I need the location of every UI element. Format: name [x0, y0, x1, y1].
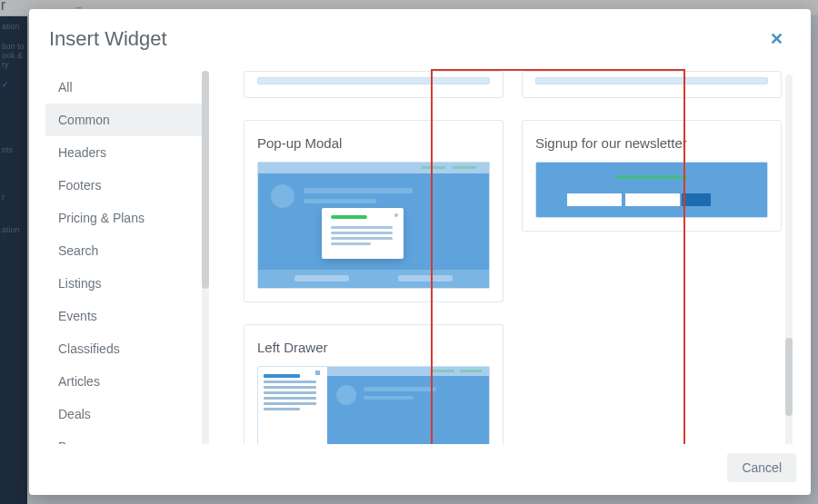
category-sidebar: All Common Headers Footers Pricing & Pla…: [45, 64, 209, 444]
widget-card-clipped[interactable]: [522, 71, 782, 98]
category-headers[interactable]: Headers: [45, 136, 209, 169]
widget-card-left-drawer[interactable]: Left Drawer: [244, 324, 504, 444]
widget-title: Left Drawer: [257, 340, 490, 355]
modal-header: Insert Widget ✕: [29, 9, 811, 64]
category-banners[interactable]: Banners: [45, 430, 209, 444]
modal-footer: Cancel: [29, 444, 811, 495]
category-common[interactable]: Common: [45, 104, 209, 136]
gallery-column-2: Signup for our newsletter: [522, 71, 782, 444]
close-button[interactable]: ✕: [763, 25, 791, 53]
cancel-button[interactable]: Cancel: [727, 453, 796, 482]
category-articles[interactable]: Articles: [45, 365, 209, 398]
category-classifieds[interactable]: Classifieds: [45, 332, 209, 365]
widget-thumb-clipped: [257, 77, 490, 84]
gallery-scrollbar[interactable]: [785, 74, 793, 444]
gallery-scrollbar-thumb[interactable]: [785, 338, 793, 416]
category-all[interactable]: All: [45, 71, 209, 104]
gallery-column-1: Pop-up Modal Left Drawer: [244, 71, 504, 444]
category-listings[interactable]: Listings: [45, 267, 209, 300]
widget-thumb-clipped: [535, 77, 768, 84]
modal-body: All Common Headers Footers Pricing & Pla…: [29, 64, 811, 444]
widget-card-clipped[interactable]: [244, 71, 504, 98]
close-icon: ✕: [770, 30, 783, 48]
widget-gallery: Pop-up Modal Left Drawer: [209, 64, 794, 444]
widget-title: Pop-up Modal: [257, 135, 490, 151]
modal-title: Insert Widget: [49, 27, 167, 51]
insert-widget-modal: Insert Widget ✕ All Common Headers Foote…: [29, 9, 811, 495]
category-pricing-plans[interactable]: Pricing & Plans: [45, 202, 209, 234]
widget-thumb-drawer: [257, 366, 490, 444]
category-footers[interactable]: Footers: [45, 169, 209, 202]
category-search[interactable]: Search: [45, 234, 209, 267]
category-events[interactable]: Events: [45, 300, 209, 332]
widget-title: Signup for our newsletter: [535, 135, 768, 151]
category-deals[interactable]: Deals: [45, 398, 209, 430]
widget-thumb-popup: [257, 162, 490, 289]
widget-card-newsletter[interactable]: Signup for our newsletter: [522, 120, 782, 232]
widget-thumb-newsletter: [535, 162, 768, 218]
widget-card-popup-modal[interactable]: Pop-up Modal: [244, 120, 504, 302]
sidebar-scrollbar-thumb[interactable]: [202, 71, 209, 289]
